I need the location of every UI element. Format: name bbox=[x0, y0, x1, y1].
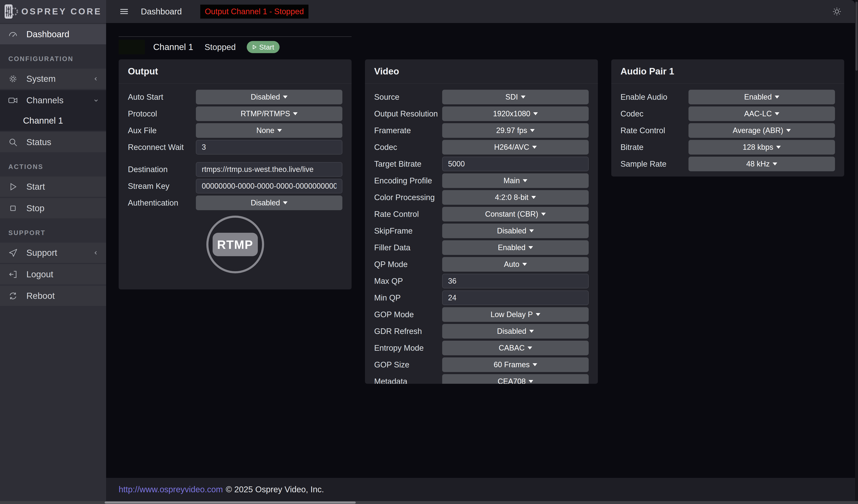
gear-icon bbox=[8, 74, 18, 84]
target-bitrate-input[interactable] bbox=[442, 157, 589, 171]
topbar-dashboard-link[interactable]: Dashboard bbox=[141, 7, 182, 16]
channel-name: Channel 1 bbox=[153, 42, 193, 52]
sidebar: OSPREY CORE Dashboard CONFIGURATION bbox=[0, 0, 106, 504]
reboot-icon bbox=[8, 291, 18, 301]
skipframe-dropdown[interactable]: Disabled bbox=[442, 224, 589, 238]
caret-down-icon bbox=[532, 146, 537, 149]
sample-rate-dropdown[interactable]: 48 kHz bbox=[688, 157, 835, 171]
entropy-mode-dropdown[interactable]: CABAC bbox=[442, 341, 589, 355]
video-camera-icon bbox=[8, 95, 18, 105]
gop-mode-dropdown[interactable]: Low Delay P bbox=[442, 307, 589, 322]
brand-header[interactable]: OSPREY CORE bbox=[0, 0, 106, 23]
search-icon bbox=[8, 137, 18, 147]
codec-dropdown[interactable]: H264/AVC bbox=[442, 140, 589, 155]
sun-icon[interactable] bbox=[832, 6, 842, 17]
gop-size-label: GOP Size bbox=[374, 360, 409, 369]
field-row: Filler Data Enabled bbox=[374, 240, 589, 255]
color-processing-dropdown[interactable]: 4:2:0 8-bit bbox=[442, 190, 589, 205]
sidebar-label-dashboard: Dashboard bbox=[26, 29, 69, 39]
field-row: Auto Start Disabled bbox=[128, 90, 343, 104]
caret-down-icon bbox=[283, 201, 288, 204]
sidebar-label-logout: Logout bbox=[26, 270, 53, 279]
audio-bitrate-dropdown[interactable]: 128 kbps bbox=[688, 140, 835, 155]
authentication-dropdown[interactable]: Disabled bbox=[196, 196, 343, 210]
field-row: Min QP bbox=[374, 291, 589, 305]
sidebar-nav: Dashboard CONFIGURATION System bbox=[0, 23, 106, 306]
hamburger-icon[interactable] bbox=[120, 8, 129, 15]
field-row: GOP Mode Low Delay P bbox=[374, 307, 589, 322]
audio-panel-title: Audio Pair 1 bbox=[620, 66, 835, 77]
channel-preview-thumbnail bbox=[118, 40, 145, 54]
max-qp-input[interactable] bbox=[442, 274, 589, 288]
start-channel-button[interactable]: Start bbox=[247, 41, 280, 53]
caret-down-icon bbox=[533, 363, 537, 366]
sidebar-item-channels[interactable]: Channels bbox=[0, 90, 106, 110]
channel-state: Stopped bbox=[204, 43, 236, 52]
sidebar-item-reboot[interactable]: Reboot bbox=[0, 286, 106, 306]
audio-codec-dropdown[interactable]: AAC-LC bbox=[688, 107, 835, 121]
protocol-dropdown[interactable]: RTMP/RTMPS bbox=[196, 107, 343, 121]
source-dropdown[interactable]: SDI bbox=[442, 90, 589, 104]
gop-size-dropdown[interactable]: 60 Frames bbox=[442, 357, 589, 372]
vertical-scrollbar-thumb[interactable] bbox=[856, 2, 858, 71]
audio-rate-control-dropdown[interactable]: Average (ABR) bbox=[688, 123, 835, 138]
topbar: Dashboard Output Channel 1 - Stopped bbox=[106, 0, 855, 23]
filler-data-dropdown[interactable]: Enabled bbox=[442, 240, 589, 255]
caret-down-icon bbox=[283, 96, 288, 98]
aux-file-dropdown[interactable]: None bbox=[196, 123, 343, 138]
field-row: Destination bbox=[128, 162, 343, 177]
audio-bitrate-label: Bitrate bbox=[620, 143, 644, 152]
osprey-website-link[interactable]: http://www.ospreyvideo.com bbox=[118, 485, 223, 494]
caret-down-icon bbox=[521, 96, 525, 98]
sidebar-item-status[interactable]: Status bbox=[0, 132, 106, 152]
output-resolution-dropdown[interactable]: 1920x1080 bbox=[442, 107, 589, 121]
destination-input[interactable] bbox=[196, 162, 343, 177]
caret-down-icon bbox=[528, 246, 533, 249]
encoding-profile-label: Encoding Profile bbox=[374, 176, 432, 185]
audio-pair-1-panel: Audio Pair 1 Enable Audio Enabled Codec … bbox=[611, 60, 844, 177]
horizontal-scrollbar-thumb[interactable] bbox=[105, 502, 356, 504]
metadata-dropdown[interactable]: CEA708 bbox=[442, 374, 589, 384]
send-icon bbox=[8, 248, 18, 258]
sidebar-item-logout[interactable]: Logout bbox=[0, 264, 106, 284]
field-row: Aux File None bbox=[128, 123, 343, 138]
caret-down-icon bbox=[773, 162, 777, 165]
gop-mode-label: GOP Mode bbox=[374, 310, 414, 319]
caret-down-icon bbox=[293, 112, 298, 115]
encoding-profile-dropdown[interactable]: Main bbox=[442, 173, 589, 188]
caret-down-icon bbox=[529, 330, 534, 333]
sidebar-item-system[interactable]: System bbox=[0, 69, 106, 89]
sample-rate-label: Sample Rate bbox=[620, 160, 667, 168]
auto-start-dropdown[interactable]: Disabled bbox=[196, 90, 343, 104]
chevron-left-icon bbox=[94, 251, 98, 255]
caret-down-icon bbox=[786, 129, 791, 132]
rate-control-dropdown[interactable]: Constant (CBR) bbox=[442, 207, 589, 222]
field-row: Authentication Disabled bbox=[128, 196, 343, 210]
sidebar-label-start: Start bbox=[26, 182, 45, 192]
framerate-dropdown[interactable]: 29.97 fps bbox=[442, 123, 589, 138]
sidebar-item-stop[interactable]: Stop bbox=[0, 198, 106, 218]
sidebar-item-dashboard[interactable]: Dashboard bbox=[0, 24, 106, 44]
caret-down-icon bbox=[776, 146, 781, 149]
sidebar-item-support[interactable]: Support bbox=[0, 243, 106, 263]
enable-audio-dropdown[interactable]: Enabled bbox=[688, 90, 835, 104]
vertical-scrollbar[interactable] bbox=[855, 0, 858, 504]
field-row: Source SDI bbox=[374, 90, 589, 104]
protocol-label: Protocol bbox=[128, 109, 157, 118]
stream-key-input[interactable] bbox=[196, 179, 343, 193]
reconnect-wait-input[interactable] bbox=[196, 140, 343, 155]
caret-down-icon bbox=[529, 380, 533, 383]
sidebar-item-channel-1[interactable]: Channel 1 bbox=[0, 110, 106, 131]
field-row: Output Resolution 1920x1080 bbox=[374, 107, 589, 121]
sidebar-label-status: Status bbox=[26, 137, 51, 147]
sidebar-label-channel-1: Channel 1 bbox=[23, 116, 63, 126]
sidebar-label-channels: Channels bbox=[26, 95, 63, 105]
qp-mode-dropdown[interactable]: Auto bbox=[442, 257, 589, 272]
chevron-down-icon bbox=[94, 98, 98, 102]
horizontal-scrollbar[interactable] bbox=[0, 501, 858, 504]
min-qp-input[interactable] bbox=[442, 291, 589, 305]
gdr-refresh-dropdown[interactable]: Disabled bbox=[442, 324, 589, 339]
caret-down-icon bbox=[277, 129, 282, 132]
framerate-label: Framerate bbox=[374, 126, 411, 135]
sidebar-item-start[interactable]: Start bbox=[0, 177, 106, 197]
